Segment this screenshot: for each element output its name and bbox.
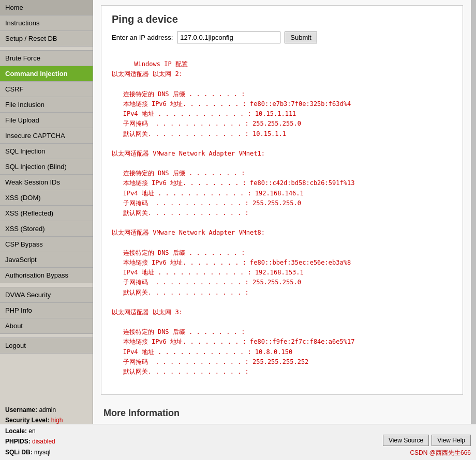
sidebar-item-setup-reset-db[interactable]: Setup / Reset DB [0,31,93,47]
ip-input-row: Enter an IP address: Submit [112,32,452,43]
locale-label: Locale: [5,427,28,435]
security-value: high [51,417,63,424]
sidebar-item-xss-stored[interactable]: XSS (Stored) [0,221,93,237]
output-header: Windows IP 配置 [134,60,187,68]
sidebar-item-home[interactable]: Home [0,0,93,16]
ping-panel: Ping a device Enter an IP address: Submi… [101,5,463,395]
watermark: CSDN @西西先生666 [410,449,471,457]
sidebar-item-file-upload[interactable]: File Upload [0,113,93,128]
page-title: Ping a device [112,13,452,25]
view-help-button[interactable]: View Help [432,435,471,446]
footer-info: Username: admin Security Level: high Loc… [5,405,63,457]
sidebar-item-sql-injection-blind[interactable]: SQL Injection (Blind) [0,159,93,175]
sidebar-item-insecure-captcha[interactable]: Insecure CAPTCHA [0,128,93,144]
sidebar-item-authorisation-bypass[interactable]: Authorisation Bypass [0,268,93,283]
footer-right: View Source View Help CSDN @西西先生666 [383,435,471,457]
username-value: admin [39,406,56,413]
sidebar-item-brute-force[interactable]: Brute Force [0,51,93,66]
view-source-button[interactable]: View Source [383,435,429,446]
sidebar-item-weak-session-ids[interactable]: Weak Session IDs [0,175,93,190]
locale-value: en [28,427,35,435]
sidebar-item-file-inclusion[interactable]: File Inclusion [0,97,93,113]
sidebar-item-xss-dom[interactable]: XSS (DOM) [0,190,93,206]
scrollbar[interactable] [471,0,476,460]
sidebar-item-dvwa-security[interactable]: DVWA Security [0,287,93,303]
sidebar-item-javascript[interactable]: JavaScript [0,252,93,268]
phpids-label: PHPIDS: [5,438,32,445]
main-content: Ping a device Enter an IP address: Submi… [93,0,471,460]
sidebar: HomeInstructionsSetup / Reset DBBrute Fo… [0,0,93,460]
sidebar-item-csrf[interactable]: CSRF [0,82,93,97]
more-info-title: More Information [103,408,460,419]
sidebar-item-csp-bypass[interactable]: CSP Bypass [0,237,93,252]
phpids-value: disabled [32,438,55,445]
sidebar-item-logout[interactable]: Logout [0,338,93,354]
output-content: 以太网适配器 以太网 2: 连接特定的 DNS 后缀 . . . . . . .… [112,70,354,375]
ip-input[interactable] [177,32,280,43]
sidebar-item-sql-injection[interactable]: SQL Injection [0,144,93,159]
sidebar-item-php-info[interactable]: PHP Info [0,303,93,318]
sqlidb-label: SQLi DB: [5,449,34,456]
output-box: Windows IP 配置 以太网适配器 以太网 2: 连接特定的 DNS 后缀… [112,50,452,387]
sqlidb-value: mysql [34,449,50,456]
footer: Username: admin Security Level: high Loc… [0,424,476,460]
footer-buttons: View Source View Help [383,435,471,446]
ip-label: Enter an IP address: [112,34,173,41]
sidebar-item-instructions[interactable]: Instructions [0,16,93,31]
submit-button[interactable]: Submit [285,32,317,43]
security-label: Security Level: [5,417,51,424]
sidebar-item-xss-reflected[interactable]: XSS (Reflected) [0,206,93,221]
sidebar-item-command-injection[interactable]: Command Injection [0,66,93,82]
sidebar-item-about[interactable]: About [0,318,93,334]
username-label: Username: [5,406,39,413]
